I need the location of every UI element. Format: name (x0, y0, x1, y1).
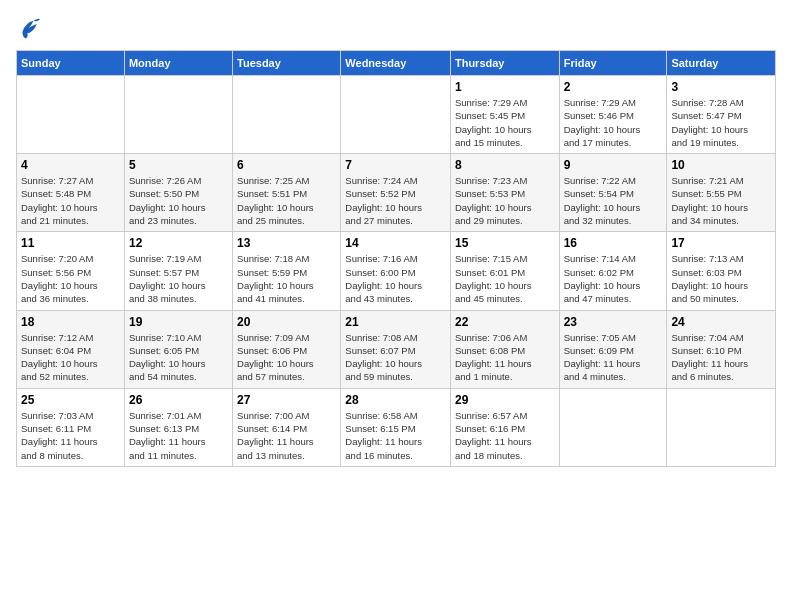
calendar-cell (233, 76, 341, 154)
day-info: Sunrise: 7:08 AM Sunset: 6:07 PM Dayligh… (345, 331, 446, 384)
day-info: Sunrise: 7:20 AM Sunset: 5:56 PM Dayligh… (21, 252, 120, 305)
day-info: Sunrise: 7:25 AM Sunset: 5:51 PM Dayligh… (237, 174, 336, 227)
day-number: 2 (564, 80, 663, 94)
calendar-cell (559, 388, 667, 466)
calendar-cell: 2Sunrise: 7:29 AM Sunset: 5:46 PM Daylig… (559, 76, 667, 154)
day-info: Sunrise: 7:14 AM Sunset: 6:02 PM Dayligh… (564, 252, 663, 305)
calendar-cell: 13Sunrise: 7:18 AM Sunset: 5:59 PM Dayli… (233, 232, 341, 310)
header-monday: Monday (124, 51, 232, 76)
day-number: 9 (564, 158, 663, 172)
calendar-cell: 28Sunrise: 6:58 AM Sunset: 6:15 PM Dayli… (341, 388, 451, 466)
day-number: 17 (671, 236, 771, 250)
calendar-cell: 26Sunrise: 7:01 AM Sunset: 6:13 PM Dayli… (124, 388, 232, 466)
day-number: 26 (129, 393, 228, 407)
day-number: 25 (21, 393, 120, 407)
week-row-2: 11Sunrise: 7:20 AM Sunset: 5:56 PM Dayli… (17, 232, 776, 310)
calendar-cell: 18Sunrise: 7:12 AM Sunset: 6:04 PM Dayli… (17, 310, 125, 388)
calendar-cell (124, 76, 232, 154)
day-info: Sunrise: 7:28 AM Sunset: 5:47 PM Dayligh… (671, 96, 771, 149)
calendar-cell: 14Sunrise: 7:16 AM Sunset: 6:00 PM Dayli… (341, 232, 451, 310)
day-info: Sunrise: 7:19 AM Sunset: 5:57 PM Dayligh… (129, 252, 228, 305)
week-row-0: 1Sunrise: 7:29 AM Sunset: 5:45 PM Daylig… (17, 76, 776, 154)
calendar-cell: 15Sunrise: 7:15 AM Sunset: 6:01 PM Dayli… (450, 232, 559, 310)
day-number: 3 (671, 80, 771, 94)
day-info: Sunrise: 7:09 AM Sunset: 6:06 PM Dayligh… (237, 331, 336, 384)
day-number: 18 (21, 315, 120, 329)
calendar-cell: 24Sunrise: 7:04 AM Sunset: 6:10 PM Dayli… (667, 310, 776, 388)
day-info: Sunrise: 7:21 AM Sunset: 5:55 PM Dayligh… (671, 174, 771, 227)
day-number: 15 (455, 236, 555, 250)
day-number: 5 (129, 158, 228, 172)
day-info: Sunrise: 7:29 AM Sunset: 5:46 PM Dayligh… (564, 96, 663, 149)
header-thursday: Thursday (450, 51, 559, 76)
calendar-cell: 27Sunrise: 7:00 AM Sunset: 6:14 PM Dayli… (233, 388, 341, 466)
day-number: 13 (237, 236, 336, 250)
day-number: 21 (345, 315, 446, 329)
week-row-1: 4Sunrise: 7:27 AM Sunset: 5:48 PM Daylig… (17, 154, 776, 232)
header-sunday: Sunday (17, 51, 125, 76)
calendar-cell (667, 388, 776, 466)
day-number: 1 (455, 80, 555, 94)
day-info: Sunrise: 7:12 AM Sunset: 6:04 PM Dayligh… (21, 331, 120, 384)
calendar-cell: 23Sunrise: 7:05 AM Sunset: 6:09 PM Dayli… (559, 310, 667, 388)
calendar-cell: 11Sunrise: 7:20 AM Sunset: 5:56 PM Dayli… (17, 232, 125, 310)
calendar-cell: 19Sunrise: 7:10 AM Sunset: 6:05 PM Dayli… (124, 310, 232, 388)
calendar-cell (17, 76, 125, 154)
calendar-cell: 22Sunrise: 7:06 AM Sunset: 6:08 PM Dayli… (450, 310, 559, 388)
day-number: 14 (345, 236, 446, 250)
calendar-cell: 29Sunrise: 6:57 AM Sunset: 6:16 PM Dayli… (450, 388, 559, 466)
calendar-cell: 10Sunrise: 7:21 AM Sunset: 5:55 PM Dayli… (667, 154, 776, 232)
calendar-cell (341, 76, 451, 154)
calendar-cell: 21Sunrise: 7:08 AM Sunset: 6:07 PM Dayli… (341, 310, 451, 388)
day-number: 10 (671, 158, 771, 172)
logo-bird-icon (16, 16, 40, 40)
day-info: Sunrise: 7:15 AM Sunset: 6:01 PM Dayligh… (455, 252, 555, 305)
day-info: Sunrise: 7:22 AM Sunset: 5:54 PM Dayligh… (564, 174, 663, 227)
header-saturday: Saturday (667, 51, 776, 76)
calendar-cell: 20Sunrise: 7:09 AM Sunset: 6:06 PM Dayli… (233, 310, 341, 388)
day-info: Sunrise: 7:03 AM Sunset: 6:11 PM Dayligh… (21, 409, 120, 462)
day-info: Sunrise: 7:24 AM Sunset: 5:52 PM Dayligh… (345, 174, 446, 227)
day-info: Sunrise: 7:10 AM Sunset: 6:05 PM Dayligh… (129, 331, 228, 384)
day-info: Sunrise: 7:04 AM Sunset: 6:10 PM Dayligh… (671, 331, 771, 384)
day-number: 16 (564, 236, 663, 250)
calendar-cell: 8Sunrise: 7:23 AM Sunset: 5:53 PM Daylig… (450, 154, 559, 232)
day-number: 12 (129, 236, 228, 250)
day-info: Sunrise: 6:57 AM Sunset: 6:16 PM Dayligh… (455, 409, 555, 462)
calendar-cell: 4Sunrise: 7:27 AM Sunset: 5:48 PM Daylig… (17, 154, 125, 232)
day-number: 20 (237, 315, 336, 329)
day-number: 24 (671, 315, 771, 329)
day-number: 11 (21, 236, 120, 250)
day-info: Sunrise: 7:06 AM Sunset: 6:08 PM Dayligh… (455, 331, 555, 384)
header-wednesday: Wednesday (341, 51, 451, 76)
day-number: 22 (455, 315, 555, 329)
calendar-cell: 3Sunrise: 7:28 AM Sunset: 5:47 PM Daylig… (667, 76, 776, 154)
calendar-cell: 9Sunrise: 7:22 AM Sunset: 5:54 PM Daylig… (559, 154, 667, 232)
day-number: 6 (237, 158, 336, 172)
calendar-header-row: SundayMondayTuesdayWednesdayThursdayFrid… (17, 51, 776, 76)
day-number: 7 (345, 158, 446, 172)
calendar-cell: 12Sunrise: 7:19 AM Sunset: 5:57 PM Dayli… (124, 232, 232, 310)
day-info: Sunrise: 7:13 AM Sunset: 6:03 PM Dayligh… (671, 252, 771, 305)
header-friday: Friday (559, 51, 667, 76)
page-header (16, 16, 776, 40)
day-number: 4 (21, 158, 120, 172)
day-info: Sunrise: 7:00 AM Sunset: 6:14 PM Dayligh… (237, 409, 336, 462)
day-number: 27 (237, 393, 336, 407)
calendar-cell: 5Sunrise: 7:26 AM Sunset: 5:50 PM Daylig… (124, 154, 232, 232)
header-tuesday: Tuesday (233, 51, 341, 76)
day-number: 23 (564, 315, 663, 329)
day-info: Sunrise: 6:58 AM Sunset: 6:15 PM Dayligh… (345, 409, 446, 462)
day-info: Sunrise: 7:26 AM Sunset: 5:50 PM Dayligh… (129, 174, 228, 227)
day-number: 19 (129, 315, 228, 329)
calendar-cell: 1Sunrise: 7:29 AM Sunset: 5:45 PM Daylig… (450, 76, 559, 154)
calendar-table: SundayMondayTuesdayWednesdayThursdayFrid… (16, 50, 776, 467)
day-number: 28 (345, 393, 446, 407)
week-row-3: 18Sunrise: 7:12 AM Sunset: 6:04 PM Dayli… (17, 310, 776, 388)
day-info: Sunrise: 7:16 AM Sunset: 6:00 PM Dayligh… (345, 252, 446, 305)
day-info: Sunrise: 7:29 AM Sunset: 5:45 PM Dayligh… (455, 96, 555, 149)
day-info: Sunrise: 7:23 AM Sunset: 5:53 PM Dayligh… (455, 174, 555, 227)
calendar-cell: 25Sunrise: 7:03 AM Sunset: 6:11 PM Dayli… (17, 388, 125, 466)
day-info: Sunrise: 7:01 AM Sunset: 6:13 PM Dayligh… (129, 409, 228, 462)
calendar-cell: 7Sunrise: 7:24 AM Sunset: 5:52 PM Daylig… (341, 154, 451, 232)
